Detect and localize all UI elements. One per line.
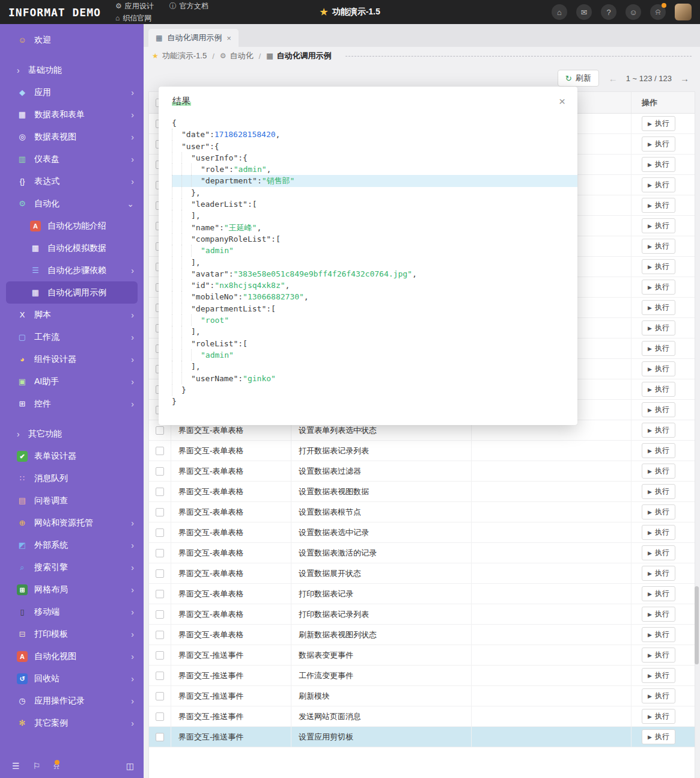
close-icon[interactable]: ×	[559, 96, 565, 107]
table-row[interactable]: 界面交互-推送事件发送网站页面消息▶执行	[149, 706, 695, 727]
sidebar-item-welcome[interactable]: ☺欢迎	[0, 29, 144, 51]
sidebar-item-hosting[interactable]: ⊕网站和资源托管›	[0, 512, 144, 534]
execute-button[interactable]: ▶执行	[642, 648, 675, 663]
sidebar-item-mobile[interactable]: ▯移动端›	[0, 601, 144, 623]
sidebar-item-script[interactable]: X脚本›	[0, 304, 144, 326]
table-row[interactable]: 界面交互-推送事件设置应用剪切板▶执行	[149, 727, 695, 747]
sidebar-item-search-engine[interactable]: ⌕搜索引擎›	[0, 556, 144, 578]
sidebar-item-expression[interactable]: {}表达式›	[0, 170, 144, 192]
sidebar-item-external-systems[interactable]: ◩外部系统›	[0, 534, 144, 556]
sidebar-item-table-views[interactable]: ◎数据表视图›	[0, 126, 144, 148]
nav-zhixin-site[interactable]: ⌂ 织信官网	[115, 13, 151, 23]
feedback-icon[interactable]: ✉	[576, 4, 592, 20]
execute-button[interactable]: ▶执行	[642, 607, 675, 622]
notifications-icon[interactable]: ⍾	[650, 4, 666, 20]
row-checkbox[interactable]	[156, 692, 164, 700]
row-checkbox[interactable]	[156, 426, 164, 435]
breadcrumb-item-automation-call-example[interactable]: ▦自动化调用示例	[266, 51, 331, 61]
sidebar-item-survey[interactable]: ▤问卷调查	[0, 489, 144, 512]
sidebar-item-automation[interactable]: ⚙自动化⌄	[0, 192, 144, 215]
sidebar-item-automation-step-deps[interactable]: ☰自动化步骤依赖›	[0, 259, 144, 281]
execute-button[interactable]: ▶执行	[642, 545, 675, 560]
execute-button[interactable]: ▶执行	[642, 668, 675, 683]
sidebar-item-tables-forms[interactable]: ▦数据表和表单›	[0, 103, 144, 126]
sidebar-item-form-designer[interactable]: ✔表单设计器	[0, 445, 144, 467]
execute-button[interactable]: ▶执行	[642, 259, 675, 274]
table-row[interactable]: 界面交互-表单表格设置数据表视图数据▶执行	[149, 482, 695, 502]
execute-button[interactable]: ▶执行	[642, 484, 675, 499]
table-row[interactable]: 界面交互-推送事件数据表变更事件▶执行	[149, 645, 695, 666]
execute-button[interactable]: ▶执行	[642, 709, 675, 724]
home-icon[interactable]: ⌂	[552, 4, 567, 20]
flag-icon[interactable]: ⚐	[33, 761, 41, 771]
row-checkbox[interactable]	[156, 569, 164, 578]
execute-button[interactable]: ▶执行	[642, 361, 675, 376]
table-row[interactable]: 界面交互-表单表格打印数据表记录列表▶执行	[149, 604, 695, 625]
table-row[interactable]: 界面交互-表单表格设置数据表根节点▶执行	[149, 502, 695, 522]
table-row[interactable]: 界面交互-推送事件工作流变更事件▶执行	[149, 666, 695, 686]
sidebar-item-workflow[interactable]: ▢工作流›	[0, 326, 144, 348]
execute-button[interactable]: ▶执行	[642, 280, 675, 295]
sidebar-item-dashboard[interactable]: ▥仪表盘›	[0, 148, 144, 170]
user-avatar[interactable]	[675, 4, 692, 20]
execute-button[interactable]: ▶执行	[642, 136, 675, 152]
scrollbar-thumb[interactable]	[695, 586, 699, 664]
table-row[interactable]: 界面交互-表单表格打印数据表记录▶执行	[149, 584, 695, 604]
refresh-button[interactable]: ↻ 刷新	[558, 70, 599, 87]
sidebar-item-component-designer[interactable]: ◕组件设计器›	[0, 348, 144, 370]
execute-button[interactable]: ▶执行	[642, 566, 675, 581]
execute-button[interactable]: ▶执行	[642, 157, 675, 172]
execute-button[interactable]: ▶执行	[642, 402, 675, 417]
execute-button[interactable]: ▶执行	[642, 464, 675, 479]
table-row[interactable]: 界面交互-表单表格刷新数据表视图列状态▶执行	[149, 625, 695, 645]
sidebar-item-apps[interactable]: ◆应用›	[0, 81, 144, 103]
execute-button[interactable]: ▶执行	[642, 688, 675, 703]
execute-button[interactable]: ▶执行	[642, 423, 675, 438]
sidebar-item-automation-view[interactable]: A自动化视图›	[0, 645, 144, 667]
sidebar-item-automation-intro[interactable]: A自动化功能介绍	[0, 215, 144, 237]
execute-button[interactable]: ▶执行	[642, 341, 675, 356]
row-checkbox[interactable]	[156, 447, 164, 455]
sidebar-item-automation-mock-data[interactable]: ▦自动化模拟数据	[0, 237, 144, 259]
help-icon[interactable]: ?	[601, 4, 616, 20]
row-checkbox[interactable]	[156, 610, 164, 619]
sidebar-item-automation-call-example[interactable]: ▦自动化调用示例	[6, 281, 138, 304]
row-checkbox[interactable]	[156, 508, 164, 516]
tab-automation-call-example[interactable]: ▦ 自动化调用示例 ×	[148, 29, 239, 47]
table-row[interactable]: 界面交互-表单表格设置数据展开状态▶执行	[149, 563, 695, 584]
sidebar-item-ai-assistant[interactable]: ▣AI助手›	[0, 370, 144, 393]
execute-button[interactable]: ▶执行	[642, 525, 675, 540]
bell-icon[interactable]: ⍾	[53, 761, 59, 771]
execute-button[interactable]: ▶执行	[642, 586, 675, 601]
table-row[interactable]: 界面交互-表单表格打开数据表记录列表▶执行	[149, 441, 695, 461]
close-icon[interactable]: ×	[227, 34, 231, 43]
sidebar-item-other-cases[interactable]: ✻其它案例›	[0, 712, 144, 734]
row-checkbox[interactable]	[156, 549, 164, 557]
execute-button[interactable]: ▶执行	[642, 177, 675, 192]
row-checkbox[interactable]	[156, 488, 164, 496]
sidebar-item-app-operation-log[interactable]: ◷应用操作记录›	[0, 690, 144, 712]
sidebar-item-print-template[interactable]: ⊟打印模板›	[0, 623, 144, 645]
execute-button[interactable]: ▶执行	[642, 300, 675, 315]
sidebar-item-message-queue[interactable]: ∷消息队列	[0, 467, 144, 489]
nav-official-docs[interactable]: ⓘ 官方文档	[169, 1, 208, 11]
sidebar-item-widgets[interactable]: ⊞控件›	[0, 393, 144, 415]
next-page-icon[interactable]: →	[680, 73, 689, 84]
collapse-panel-icon[interactable]: ◫	[126, 761, 134, 771]
execute-button[interactable]: ▶执行	[642, 627, 675, 642]
execute-button[interactable]: ▶执行	[642, 382, 675, 397]
menu-icon[interactable]: ☰	[12, 761, 20, 771]
row-checkbox[interactable]	[156, 590, 164, 598]
row-checkbox[interactable]	[156, 528, 164, 537]
breadcrumb-item-automation[interactable]: ⚙自动化	[220, 51, 254, 61]
row-checkbox[interactable]	[156, 631, 164, 639]
sidebar-item-recycle-bin[interactable]: ↺回收站›	[0, 667, 144, 690]
row-checkbox[interactable]	[156, 467, 164, 476]
sidebar-item-grid-layout[interactable]: ⊞网格布局›	[0, 578, 144, 601]
execute-button[interactable]: ▶执行	[642, 504, 675, 519]
execute-button[interactable]: ▶执行	[642, 443, 675, 458]
execute-button[interactable]: ▶执行	[642, 320, 675, 335]
sidebar-section-basic-features[interactable]: ›基础功能	[0, 59, 144, 81]
row-checkbox[interactable]	[156, 651, 164, 660]
members-icon[interactable]: ☺	[625, 4, 641, 20]
